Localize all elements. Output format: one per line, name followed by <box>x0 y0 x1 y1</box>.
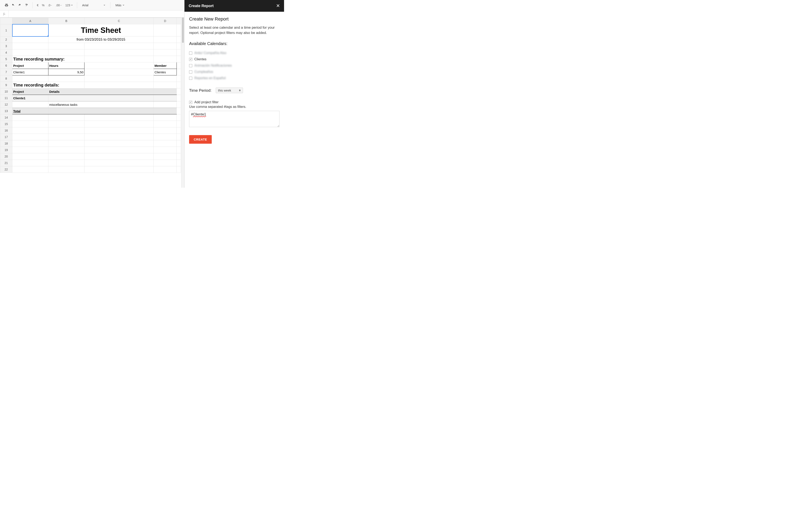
panel-intro: Select at least one calendar and a time … <box>189 25 279 35</box>
time-period-select[interactable]: this week <box>216 88 243 93</box>
increase-decimal-button[interactable]: .00→ <box>55 2 63 8</box>
row-header[interactable]: 14 <box>0 114 12 121</box>
calendar-label: Antic/ Compañía Also <box>194 51 226 55</box>
filter-hint: Use comma separated #tags as filters. <box>189 105 279 109</box>
row-header[interactable]: 2 <box>0 36 12 43</box>
currency-format-button[interactable]: € <box>36 2 40 8</box>
calendar-item[interactable]: Clientes <box>189 56 279 62</box>
col-header-C[interactable]: C <box>85 18 154 24</box>
row-header[interactable]: 16 <box>0 127 12 134</box>
row-header[interactable]: 5 <box>0 56 12 62</box>
chevron-down-icon <box>104 5 105 6</box>
calendars-label: Available Calendars: <box>189 41 279 46</box>
calendar-label: Cumpleaños <box>194 70 213 74</box>
row-header[interactable]: 8 <box>0 75 12 82</box>
col-header-B[interactable]: B <box>49 18 85 24</box>
filter-input[interactable] <box>189 111 279 127</box>
calendar-item[interactable]: Reportes en Español <box>189 75 279 81</box>
undo-icon[interactable] <box>10 2 16 8</box>
checkbox[interactable] <box>189 64 192 67</box>
vertical-scrollbar[interactable] <box>181 18 184 188</box>
grid-table: A B C D 1 Time Sheet <box>0 18 181 173</box>
details-header-details[interactable]: Details <box>49 89 154 95</box>
calendar-item[interactable]: Animación Notificaciones <box>189 62 279 69</box>
row-header[interactable]: 10 <box>0 89 12 95</box>
paint-format-icon[interactable] <box>24 2 30 8</box>
row-header[interactable]: 19 <box>0 147 12 153</box>
summary-heading[interactable]: Time recording summary: <box>12 56 85 62</box>
grid[interactable]: A B C D 1 Time Sheet <box>0 18 184 188</box>
time-period-value: this week <box>218 89 231 92</box>
fx-label: fx <box>0 12 8 16</box>
project-filter-label: Add project filter <box>194 100 219 104</box>
row-header[interactable]: 17 <box>0 134 12 140</box>
calendar-label: Reportes en Español <box>194 76 225 80</box>
row-header[interactable]: 20 <box>0 153 12 160</box>
summary-header-project[interactable]: Project <box>12 62 49 69</box>
details-row-text[interactable]: miscellaneous tasks <box>49 101 154 108</box>
spreadsheet-area: € % .0← .00→ 123 Arial Más <box>0 0 184 188</box>
summary-hours[interactable]: 9,50 <box>49 69 85 75</box>
col-header-A[interactable]: A <box>12 18 49 24</box>
font-family-select[interactable]: Arial <box>80 2 107 8</box>
summary-header-hours[interactable]: Hours <box>49 62 85 69</box>
cell-fill-handle[interactable] <box>48 36 49 36</box>
spinner-icon <box>239 90 241 91</box>
formula-input[interactable] <box>8 11 184 17</box>
calendar-item[interactable]: Cumpleaños <box>189 69 279 75</box>
summary-project[interactable]: Cliente1 <box>12 69 49 75</box>
checkbox[interactable] <box>189 77 192 80</box>
panel-header: Create Report ✕ <box>184 0 284 12</box>
row-header[interactable]: 4 <box>0 50 12 56</box>
checkbox[interactable] <box>189 70 192 74</box>
time-period-label: Time Period: <box>189 88 212 93</box>
close-icon[interactable]: ✕ <box>276 3 280 8</box>
row-header[interactable]: 22 <box>0 166 12 173</box>
row-header[interactable]: 6 <box>0 62 12 69</box>
percent-format-button[interactable]: % <box>41 2 46 8</box>
panel-title-text: Create Report <box>189 4 214 8</box>
row-header[interactable]: 3 <box>0 43 12 50</box>
decrease-decimal-button[interactable]: .0← <box>47 2 54 8</box>
summary-member[interactable]: Clientes <box>154 69 177 75</box>
print-icon[interactable] <box>3 2 10 8</box>
details-heading[interactable]: Time recording details: <box>12 82 85 89</box>
chevron-down-icon <box>123 5 124 6</box>
details-header-project[interactable]: Project <box>12 89 49 95</box>
row-header[interactable]: 13 <box>0 108 12 114</box>
more-menu[interactable]: Más <box>113 2 126 8</box>
row-header[interactable]: 9 <box>0 82 12 89</box>
col-header-D[interactable]: D <box>154 18 177 24</box>
details-total[interactable]: Total <box>12 108 49 114</box>
formula-bar: fx <box>0 11 184 18</box>
row-header[interactable]: 1 <box>0 24 12 36</box>
calendar-item[interactable]: Antic/ Compañía Also <box>189 50 279 56</box>
toolbar: € % .0← .00→ 123 Arial Más <box>0 0 184 11</box>
more-menu-label: Más <box>115 3 122 7</box>
calendar-label: Clientes <box>194 57 206 61</box>
scrollbar-thumb[interactable] <box>182 18 184 43</box>
project-filter-checkbox[interactable] <box>189 101 192 104</box>
redo-icon[interactable] <box>17 2 23 8</box>
cell-A1[interactable] <box>12 24 49 36</box>
create-report-panel: Create Report ✕ Create New Report Select… <box>184 0 284 188</box>
panel-heading: Create New Report <box>189 16 279 22</box>
row-header[interactable]: 21 <box>0 160 12 166</box>
select-all-corner[interactable] <box>0 18 12 24</box>
sheet-title[interactable]: Time Sheet <box>49 24 154 36</box>
font-family-value: Arial <box>82 3 89 7</box>
number-format-button[interactable]: 123 <box>64 2 74 8</box>
calendar-label: Animación Notificaciones <box>194 64 232 68</box>
row-header[interactable]: 7 <box>0 69 12 75</box>
calendar-list: Antic/ Compañía Also Clientes Animación … <box>189 50 279 81</box>
summary-header-member[interactable]: Member <box>154 62 177 69</box>
row-header[interactable]: 12 <box>0 101 12 108</box>
row-header[interactable]: 11 <box>0 95 12 101</box>
details-subproject[interactable]: Cliente1 <box>12 95 49 101</box>
checkbox[interactable] <box>189 52 192 55</box>
row-header[interactable]: 18 <box>0 140 12 147</box>
row-header[interactable]: 15 <box>0 121 12 127</box>
create-button[interactable]: CREATE <box>189 135 212 144</box>
sheet-subtitle[interactable]: from 03/23/2015 to 03/29/2015 <box>49 36 154 43</box>
checkbox[interactable] <box>189 58 192 61</box>
